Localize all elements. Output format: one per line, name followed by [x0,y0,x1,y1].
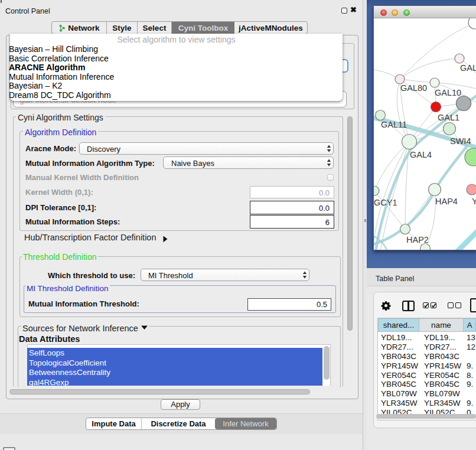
svg-text:SWI4: SWI4 [450,136,471,146]
svg-text:GAL1: GAL1 [438,113,459,122]
svg-text:YJ: YJ [472,197,476,206]
svg-text:GCY1: GCY1 [374,198,397,207]
svg-text:GAL80: GAL80 [400,83,427,93]
svg-text:GAL10: GAL10 [435,88,461,97]
svg-text:HAP4: HAP4 [435,197,458,206]
svg-text:HAP2: HAP2 [406,235,429,244]
svg-text:GAL11: GAL11 [381,120,407,129]
svg-text:GAL4: GAL4 [410,150,432,159]
svg-text:GAL: GAL [460,63,476,73]
